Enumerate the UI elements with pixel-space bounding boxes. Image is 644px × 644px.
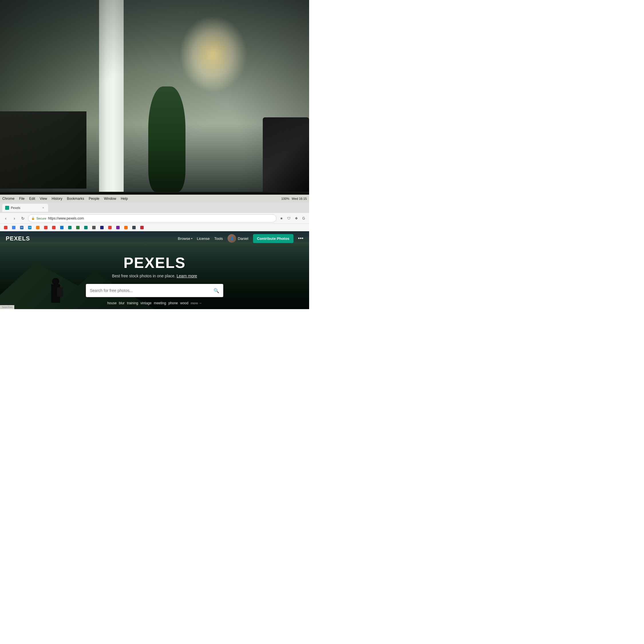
office-window-glow — [179, 15, 247, 93]
bookmark-star-icon[interactable]: ★ — [278, 215, 285, 222]
gdrive-favicon — [12, 226, 15, 229]
bookmark-youtube[interactable] — [50, 225, 57, 230]
pexels-logo: PEXELS — [6, 235, 30, 242]
status-bar: Searches — [0, 305, 14, 309]
quick-tag-meeting[interactable]: meeting — [154, 301, 166, 305]
tab-close-button[interactable]: × — [41, 206, 45, 210]
bookmark-bar: 20 16 — [0, 224, 309, 231]
pexels-hero: PEXELS Best free stock photos in one pla… — [0, 246, 309, 309]
bookmark-gcal-1[interactable]: 20 — [18, 225, 25, 230]
blue-favicon — [60, 226, 64, 229]
pexels-nav: PEXELS Browse ▾ License Tools 👤 Daniel C… — [0, 231, 309, 246]
quick-tag-phone[interactable]: phone — [168, 301, 178, 305]
tab-bar: Pexels × — [0, 203, 309, 213]
office-plant — [148, 86, 185, 191]
bookmark-teal[interactable] — [66, 225, 73, 230]
red-favicon — [44, 226, 48, 229]
bookmark-medium-1[interactable] — [82, 225, 89, 230]
medium3-favicon — [100, 226, 104, 229]
clock: Wed 16:15 — [292, 197, 307, 200]
yt-favicon — [52, 226, 56, 229]
license-label: License — [197, 236, 210, 241]
menu-help[interactable]: Help — [121, 197, 128, 201]
secure-label: Secure — [36, 217, 46, 220]
browser-chrome: Chrome File Edit View History Bookmarks … — [0, 195, 309, 309]
nav-license[interactable]: License — [197, 236, 210, 241]
refresh-button[interactable]: ↻ — [19, 215, 26, 222]
user-avatar[interactable]: 👤 — [228, 234, 236, 243]
browse-arrow: ▾ — [191, 237, 192, 240]
battery-indicator: 100% — [281, 197, 289, 200]
browser-tab-pexels[interactable]: Pexels × — [2, 204, 48, 212]
quick-tag-wood[interactable]: wood — [180, 301, 189, 305]
green-favicon — [76, 226, 80, 229]
contribute-photos-button[interactable]: Contribute Photos — [253, 234, 293, 243]
dropbox-icon[interactable]: ❖ — [293, 215, 299, 222]
bookmark-extra-3[interactable] — [131, 225, 137, 230]
menu-window[interactable]: Window — [104, 197, 116, 201]
shield-icon[interactable]: 🛡 — [286, 215, 292, 222]
menu-view[interactable]: View — [40, 197, 47, 201]
tab-title: Pexels — [11, 206, 20, 210]
bookmark-gdrive[interactable] — [10, 225, 17, 230]
medium2-favicon — [92, 226, 96, 229]
pexels-subtitle: Best free stock photos in one place. Lea… — [112, 274, 197, 278]
bookmark-red[interactable] — [42, 225, 49, 230]
nav-browse[interactable]: Browse ▾ — [178, 236, 192, 241]
bookmark-extra-1[interactable] — [114, 225, 121, 230]
amber-favicon — [124, 226, 128, 229]
quick-tag-house[interactable]: house — [107, 301, 117, 305]
bookmark-gmail[interactable] — [2, 225, 9, 230]
quick-tag-blur[interactable]: blur — [119, 301, 125, 305]
office-chair — [263, 117, 309, 191]
tools-label: Tools — [214, 236, 223, 241]
nav-tools[interactable]: Tools — [214, 236, 223, 241]
user-section: 👤 Daniel — [228, 234, 248, 243]
quick-tag-training[interactable]: training — [127, 301, 138, 305]
chrome-extension-1[interactable]: G — [301, 215, 307, 222]
office-column — [99, 0, 124, 192]
back-button[interactable]: ‹ — [2, 215, 9, 222]
status-text: Searches — [2, 306, 13, 309]
bookmark-medium-3[interactable] — [98, 225, 105, 230]
bookmark-extra-2[interactable] — [123, 225, 129, 230]
quick-tags: house blur training vintage meeting phon… — [107, 301, 202, 305]
bookmark-blue[interactable] — [58, 225, 65, 230]
quick-tag-vintage[interactable]: vintage — [141, 301, 152, 305]
learn-more-link[interactable]: Learn more — [177, 274, 197, 278]
browser-toolbar: ‹ › ↻ 🔒 Secure https://www.pexels.com ★ … — [0, 213, 309, 224]
gcal2-favicon: 16 — [28, 226, 31, 229]
menu-edit[interactable]: Edit — [29, 197, 35, 201]
bookmark-gcal-2[interactable]: 16 — [26, 225, 33, 230]
subtitle-text: Best free stock photos in one place. — [112, 274, 175, 278]
menu-history[interactable]: History — [52, 197, 62, 201]
url-text: https://www.pexels.com — [48, 216, 84, 220]
forward-button[interactable]: › — [11, 215, 18, 222]
menu-bookmarks[interactable]: Bookmarks — [67, 197, 84, 201]
purple-favicon — [116, 226, 120, 229]
bookmark-extra-4[interactable] — [139, 225, 145, 230]
menu-file[interactable]: File — [19, 197, 25, 201]
address-bar[interactable]: 🔒 Secure https://www.pexels.com — [28, 214, 276, 222]
quick-tag-more[interactable]: more → — [191, 301, 202, 305]
bookmark-medium-2[interactable] — [90, 225, 97, 230]
search-input[interactable] — [90, 288, 214, 293]
bookmark-diamond[interactable] — [106, 225, 113, 230]
menu-chrome[interactable]: Chrome — [2, 197, 15, 201]
user-name[interactable]: Daniel — [238, 236, 248, 241]
tab-favicon — [5, 206, 9, 210]
bookmark-orange[interactable] — [34, 225, 41, 230]
office-desk — [0, 111, 86, 189]
gmail-favicon — [4, 226, 7, 229]
search-icon: 🔍 — [214, 288, 219, 293]
teal-favicon — [68, 226, 72, 229]
darkred-favicon — [140, 226, 144, 229]
search-container[interactable]: 🔍 — [86, 284, 223, 297]
website-content: PEXELS Browse ▾ License Tools 👤 Daniel C… — [0, 231, 309, 309]
orange-favicon — [36, 226, 39, 229]
bookmark-green[interactable] — [74, 225, 81, 230]
pexels-title: PEXELS — [123, 254, 185, 271]
menu-people[interactable]: People — [89, 197, 99, 201]
diamond-favicon — [108, 226, 112, 229]
more-options-button[interactable]: ••• — [298, 236, 303, 242]
